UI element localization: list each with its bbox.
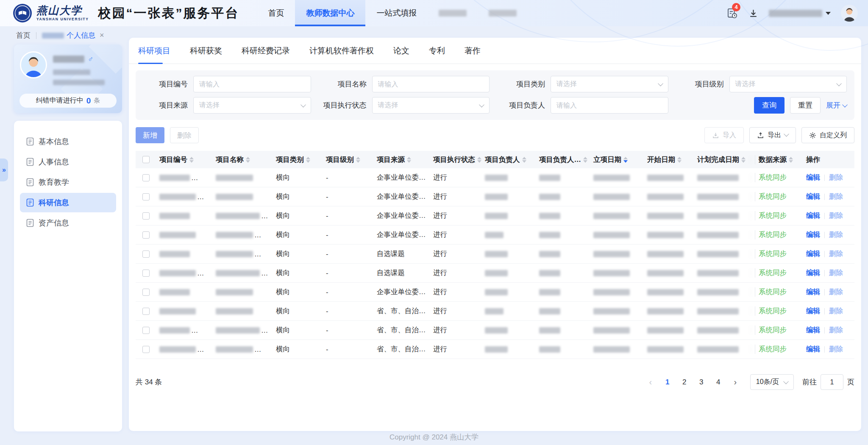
page-size-select[interactable]: 10条/页 — [750, 374, 794, 390]
row-checkbox[interactable] — [142, 289, 150, 296]
delete-link[interactable]: 删除 — [829, 173, 843, 182]
sidebar-item[interactable]: 资产信息 — [20, 213, 116, 233]
nav-item-redacted[interactable] — [478, 0, 528, 26]
sort-carets-icon[interactable] — [407, 157, 411, 163]
delete-link[interactable]: 删除 — [829, 230, 843, 239]
column-header[interactable]: 项目编号 — [156, 155, 212, 164]
add-button[interactable]: 新增 — [136, 127, 164, 143]
nav-item[interactable]: 首页 — [257, 0, 295, 26]
edit-link[interactable]: 编辑 — [806, 287, 820, 297]
project-leader-input[interactable] — [556, 102, 662, 109]
edit-link[interactable]: 编辑 — [806, 306, 820, 316]
delete-link[interactable]: 删除 — [829, 345, 843, 354]
tab[interactable]: 论文 — [393, 38, 409, 64]
expand-filters-link[interactable]: 展开 — [826, 100, 847, 110]
export-button[interactable]: 导出 — [749, 127, 796, 143]
sort-carets-icon[interactable] — [477, 157, 481, 163]
project-code-input[interactable] — [199, 81, 305, 88]
nav-item[interactable]: 一站式填报 — [365, 0, 428, 26]
row-checkbox[interactable] — [142, 270, 150, 277]
sort-carets-icon[interactable] — [583, 157, 587, 163]
column-header[interactable]: 计划完成日期 — [694, 155, 755, 164]
edit-link[interactable]: 编辑 — [806, 211, 820, 220]
row-checkbox[interactable] — [142, 308, 150, 315]
sort-carets-icon[interactable] — [789, 157, 793, 163]
project-level-select[interactable]: 请选择 — [729, 76, 847, 92]
sidebar-item[interactable]: 人事信息 — [20, 152, 116, 172]
project-name-input[interactable] — [378, 81, 484, 88]
sort-carets-icon[interactable] — [741, 157, 746, 163]
delete-link[interactable]: 删除 — [829, 211, 843, 220]
column-header[interactable]: 项目执行状态 — [430, 155, 481, 164]
page-number[interactable]: 3 — [694, 375, 709, 389]
page-number[interactable]: 1 — [660, 375, 675, 389]
project-source-select[interactable]: 请选择 — [193, 97, 311, 114]
custom-columns-button[interactable]: 自定义列 — [801, 127, 854, 143]
delete-link[interactable]: 删除 — [829, 268, 843, 278]
breadcrumb-home[interactable]: 首页 — [16, 31, 31, 40]
row-checkbox[interactable] — [142, 250, 150, 258]
user-avatar[interactable] — [841, 5, 858, 22]
nav-item-redacted[interactable] — [428, 0, 478, 26]
page-number[interactable]: 4 — [711, 375, 726, 389]
edit-link[interactable]: 编辑 — [806, 192, 820, 201]
column-header[interactable]: 项目名称 — [212, 155, 273, 164]
sort-carets-icon[interactable] — [306, 157, 310, 163]
delete-link[interactable]: 删除 — [829, 287, 843, 297]
sidebar-item[interactable]: 基本信息 — [20, 132, 116, 151]
user-menu[interactable] — [769, 10, 831, 17]
notification-button[interactable]: 4 — [726, 8, 738, 19]
edit-link[interactable]: 编辑 — [806, 249, 820, 259]
sort-carets-icon[interactable] — [189, 157, 194, 163]
delete-link[interactable]: 删除 — [829, 249, 843, 259]
tab[interactable]: 科研经费记录 — [242, 38, 290, 64]
column-header[interactable]: 项目类别 — [273, 155, 323, 164]
column-header[interactable]: 立项日期 — [590, 155, 644, 164]
column-header[interactable]: 项目负责人 — [481, 155, 536, 164]
row-checkbox[interactable] — [142, 174, 150, 181]
sort-carets-icon[interactable] — [522, 157, 526, 163]
tab[interactable]: 科研获奖 — [190, 38, 222, 64]
import-button[interactable]: 导入 — [704, 127, 744, 143]
edit-link[interactable]: 编辑 — [806, 345, 820, 354]
edit-link[interactable]: 编辑 — [806, 230, 820, 239]
reset-button[interactable]: 重置 — [790, 97, 821, 114]
collapse-sidebar-handle[interactable]: » — [0, 159, 8, 181]
previous-page-button[interactable]: ‹ — [643, 375, 658, 389]
next-page-button[interactable]: › — [728, 375, 743, 389]
sort-carets-icon[interactable] — [356, 157, 360, 163]
download-button[interactable] — [748, 8, 759, 19]
goto-page-input[interactable] — [821, 374, 843, 390]
delete-link[interactable]: 删除 — [829, 306, 843, 316]
edit-link[interactable]: 编辑 — [806, 173, 820, 182]
row-checkbox[interactable] — [142, 231, 150, 239]
column-header[interactable]: 项目负责人… — [536, 155, 590, 164]
sidebar-item[interactable]: 教育教学 — [20, 172, 116, 192]
row-checkbox[interactable] — [142, 327, 150, 334]
row-checkbox[interactable] — [142, 212, 150, 220]
delete-link[interactable]: 删除 — [829, 325, 843, 335]
column-header[interactable]: 开始日期 — [644, 155, 694, 164]
sidebar-item[interactable]: 科研信息 — [20, 193, 116, 212]
search-button[interactable]: 查询 — [754, 97, 785, 114]
row-checkbox[interactable] — [142, 346, 150, 353]
tab[interactable]: 计算机软件著作权 — [309, 38, 374, 64]
edit-link[interactable]: 编辑 — [806, 325, 820, 335]
nav-item[interactable]: 教师数据中心 — [295, 0, 365, 26]
edit-link[interactable]: 编辑 — [806, 268, 820, 278]
column-header[interactable]: 项目来源 — [373, 155, 430, 164]
breadcrumb-current-tab[interactable]: 个人信息 × — [42, 31, 104, 40]
tab[interactable]: 专利 — [429, 38, 445, 64]
page-number[interactable]: 2 — [677, 375, 692, 389]
column-header[interactable]: 项目级别 — [323, 155, 373, 164]
close-tab-icon[interactable]: × — [100, 31, 104, 40]
project-type-select[interactable]: 请选择 — [551, 76, 668, 92]
delete-link[interactable]: 删除 — [829, 192, 843, 201]
sort-carets-icon[interactable] — [246, 157, 250, 163]
row-checkbox[interactable] — [142, 193, 150, 200]
tab[interactable]: 科研项目 — [138, 38, 170, 64]
sort-carets-icon[interactable] — [677, 157, 682, 163]
sort-carets-icon[interactable] — [623, 157, 628, 163]
correction-request-button[interactable]: 纠错申请进行中 0 条 — [19, 94, 117, 108]
delete-button[interactable]: 删除 — [170, 127, 199, 143]
